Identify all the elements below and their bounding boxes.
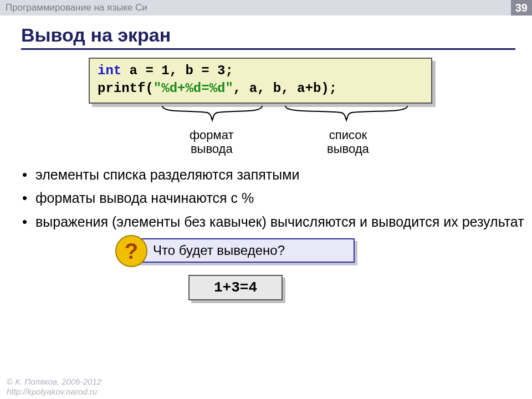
question-box: ? Что будет выведено? <box>127 238 393 263</box>
code-line-1: int a = 1, b = 3; <box>98 62 423 80</box>
footer: © К. Поляков, 2006-2012 http://kpolyakov… <box>7 377 101 397</box>
header-title: Программирование на языке Си <box>6 2 147 13</box>
list-item: выражения (элементы без кавычек) вычисля… <box>22 213 532 231</box>
brace-left-icon <box>160 105 265 125</box>
code-line-2: printf("%d+%d=%d", a, b, a+b); <box>98 80 423 98</box>
annotation-row: форматвывода списоквывода <box>0 128 532 161</box>
question-mark-icon: ? <box>115 235 147 267</box>
title-underline <box>21 48 515 50</box>
code-block: int a = 1, b = 3; printf("%d+%d=%d", a, … <box>89 58 432 104</box>
brace-right-icon <box>283 105 410 125</box>
list-item: форматы вывода начинаются с % <box>22 189 532 207</box>
footer-url: http://kpolyakov.narod.ru <box>7 387 101 397</box>
answer-box: 1+3=4 <box>188 275 283 300</box>
page-number: 39 <box>511 0 532 16</box>
copyright: © К. Поляков, 2006-2012 <box>7 377 101 387</box>
slide-title: Вывод на экран <box>21 24 532 46</box>
bullet-list: элементы списка разделяются запятыми фор… <box>22 166 532 231</box>
header-bar: Программирование на языке Си 39 <box>0 0 532 16</box>
annotation-list: списоквывода <box>327 128 369 156</box>
question-text: Что будет выведено? <box>153 243 285 258</box>
annotation-format: форматвывода <box>190 128 234 156</box>
list-item: элементы списка разделяются запятыми <box>22 166 532 184</box>
brace-row <box>0 105 532 127</box>
